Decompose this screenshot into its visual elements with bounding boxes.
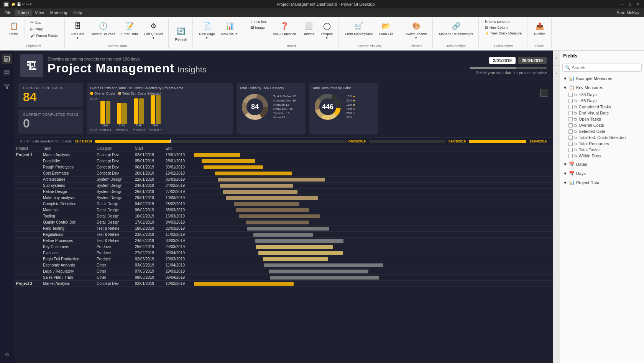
legend1: Overall Costs xyxy=(94,92,115,95)
new-measure-button[interactable]: fxNew Measure xyxy=(483,19,524,25)
date-slider[interactable] xyxy=(470,67,547,69)
fields-panel-title: Fields xyxy=(563,53,578,59)
bar-gold xyxy=(100,101,105,124)
minimize-btn[interactable]: — xyxy=(619,1,626,7)
menu-home[interactable]: Home xyxy=(15,10,32,16)
new-page-button[interactable]: 📄 New Page▾ xyxy=(197,19,217,41)
from-file-button[interactable]: 📂 From File xyxy=(376,19,396,38)
cell-gantt-bar xyxy=(194,250,553,256)
cell-end: 06/03/2019 xyxy=(163,177,194,183)
nav-data-icon[interactable] xyxy=(2,67,12,78)
cell-project xyxy=(14,275,41,281)
buttons-button[interactable]: ⬜ Buttons xyxy=(300,19,317,38)
date-chip-2[interactable]: 26/04/2019 xyxy=(518,57,547,64)
field-overall-costs[interactable]: fx Overall Costs xyxy=(562,122,642,128)
cell-project: Project 1 xyxy=(14,152,41,158)
ask-question-button[interactable]: ❓ Ask A Question xyxy=(271,19,299,38)
get-data-button[interactable]: 🗄 Get Data▾ xyxy=(69,19,87,41)
table-row: Project 2 Market Analysis Concept Dev. 0… xyxy=(14,281,553,287)
checkbox-open-tasks[interactable] xyxy=(568,117,573,121)
field-33days[interactable]: fx +33 Days xyxy=(562,92,642,98)
menu-modeling[interactable]: Modeling xyxy=(47,10,71,16)
checkbox-end-visual[interactable] xyxy=(568,111,573,115)
field-total-resources[interactable]: fx Total Resources xyxy=(562,141,642,147)
cell-project xyxy=(14,226,41,232)
checkbox-total-tasks[interactable] xyxy=(568,148,573,152)
section-example-measures-header[interactable]: ▼ 📊 Example Measures xyxy=(562,75,642,82)
from-marketplace-button[interactable]: 🛒 From Marketplace xyxy=(343,19,375,38)
field-completed-tasks[interactable]: fx Completed Tasks xyxy=(562,104,642,110)
menu-help[interactable]: Help xyxy=(70,10,85,16)
field-total-est-costs-label: Total Est. Costs Selected xyxy=(579,135,626,140)
paste-button[interactable]: 📋 Paste xyxy=(5,19,22,38)
nav-settings-icon[interactable]: ⚙ xyxy=(2,349,12,360)
checkbox-total-resources[interactable] xyxy=(568,142,573,146)
gantt-scroll-area[interactable]: Project Task Category Start End Project … xyxy=(14,145,553,356)
field-total-est-costs[interactable]: fx Total Est. Costs Selected xyxy=(562,134,642,141)
checkbox-33days[interactable] xyxy=(568,93,573,97)
section-example-measures: ▼ 📊 Example Measures xyxy=(562,75,642,82)
new-column-button[interactable]: ⊞New Column xyxy=(483,25,524,30)
cell-project xyxy=(14,250,41,256)
refresh-button[interactable]: 🔄 Refresh xyxy=(172,19,189,48)
publish-button[interactable]: 📤 Publish xyxy=(531,19,548,38)
field-end-visual-date[interactable]: fx End Visual Date xyxy=(562,110,642,116)
timeline-slider[interactable] xyxy=(95,140,347,143)
menu-view[interactable]: View xyxy=(32,10,47,16)
new-quick-measure-button[interactable]: ⚡New Quick Measure xyxy=(483,31,524,36)
cut-button[interactable]: ✂Cut xyxy=(28,19,61,26)
ribbon-group-refresh: 🔄 Refresh xyxy=(169,18,193,49)
field-66days[interactable]: fx +66 Days xyxy=(562,98,642,104)
cell-category: Concept Dev. xyxy=(94,281,133,287)
close-btn[interactable]: ✕ xyxy=(635,1,641,7)
collapse-filters-btn[interactable]: ‹ xyxy=(553,66,560,81)
collapse-visualizations-btn[interactable]: ‹ xyxy=(553,51,560,66)
manage-relationships-button[interactable]: 🔗 Manage Relationships xyxy=(437,19,475,38)
timeline-slider2[interactable] xyxy=(369,140,445,143)
nav-report-icon[interactable] xyxy=(2,54,12,64)
cell-gantt-bar xyxy=(194,256,553,262)
checkbox-total-est[interactable] xyxy=(568,136,573,140)
field-selected-date[interactable]: fx Selected Date xyxy=(562,128,642,134)
checkbox-selected-date[interactable] xyxy=(568,129,573,134)
cell-task: Evaluate xyxy=(41,250,94,256)
new-visual-button[interactable]: 📊 New Visual xyxy=(219,19,241,38)
cell-end: 29/03/2019 xyxy=(163,268,194,275)
timeline-slider3[interactable] xyxy=(469,140,526,143)
gantt-bar xyxy=(194,153,240,157)
section-dates-header[interactable]: ▼ 📅 Dates xyxy=(562,160,642,168)
checkbox-66days[interactable] xyxy=(568,99,573,103)
gantt-bar xyxy=(246,221,309,224)
table-icon: 📊 xyxy=(569,76,575,81)
field-total-tasks[interactable]: fx Total Tasks xyxy=(562,147,642,153)
copy-button[interactable]: ⎘Copy xyxy=(28,26,61,32)
cell-task: Legal / Regulatory xyxy=(41,268,94,275)
text-box-button[interactable]: TText box xyxy=(248,19,269,25)
checkbox-overall-costs[interactable] xyxy=(568,123,573,128)
dashboard-title-suffix: Insights xyxy=(177,65,207,75)
menu-file[interactable]: File xyxy=(2,10,15,16)
checkbox-completed-tasks[interactable] xyxy=(568,105,573,109)
recent-sources-button[interactable]: 🕐 Recent Sources xyxy=(89,19,118,38)
nav-model-icon[interactable] xyxy=(2,81,12,92)
gantt-body: Project 1 Market Analysis Concept Dev. 0… xyxy=(14,152,553,287)
table-row: Rough Prototypes Concept Dev. 06/01/2019… xyxy=(14,164,553,170)
switch-theme-button[interactable]: 🎨 Switch Theme▾ xyxy=(403,19,429,41)
section-days-header[interactable]: ▼ 📅 Days xyxy=(562,170,642,177)
section-project-data-label: Project Data xyxy=(576,180,600,185)
section-key-measures-header[interactable]: ▼ 📋 Key Measures xyxy=(562,84,642,92)
shapes-button[interactable]: ◯ Shapes▾ xyxy=(319,19,335,41)
edit-queries-button[interactable]: ⚙ Edit Queries▾ xyxy=(142,19,166,41)
format-painter-button[interactable]: 🖌Format Painter xyxy=(28,33,61,39)
fields-search-input[interactable] xyxy=(572,65,639,70)
enter-data-button[interactable]: 📝 Enter Data xyxy=(119,19,140,38)
checkbox-within-days[interactable] xyxy=(568,154,573,158)
section-project-data-header[interactable]: ▼ 📊 Project Data xyxy=(562,179,642,186)
maximize-btn[interactable]: □ xyxy=(627,1,633,7)
fields-search-container[interactable]: 🔍 xyxy=(562,64,642,72)
image-button[interactable]: 🖼Image xyxy=(248,25,269,30)
chevron-down-icon2: ▼ xyxy=(563,85,567,90)
field-within-days[interactable]: fx Within Days xyxy=(562,153,642,159)
date-chip-1[interactable]: 2/01/2019 xyxy=(489,57,516,64)
field-open-tasks[interactable]: fx Open Tasks xyxy=(562,116,642,122)
